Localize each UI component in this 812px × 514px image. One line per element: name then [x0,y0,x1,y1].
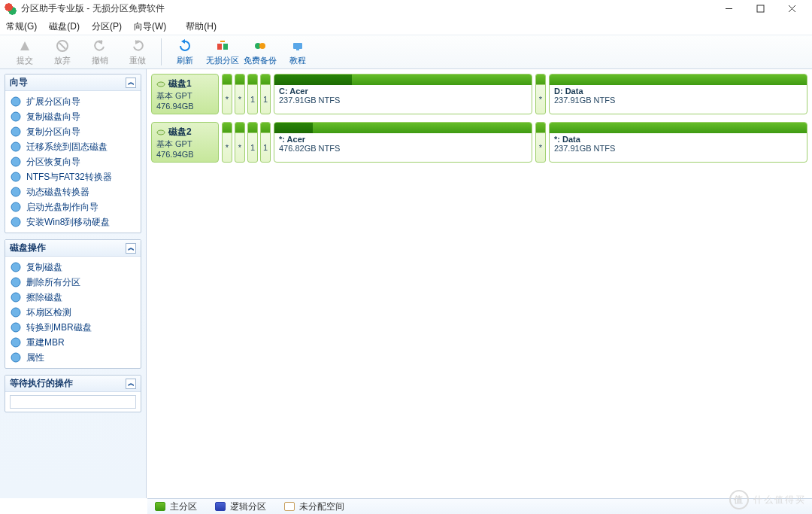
bullet-icon [10,336,22,348]
slot[interactable]: * [222,74,232,114]
menu-wizard[interactable]: 向导(W) [134,20,166,33]
bullet-icon [10,321,22,333]
close-button[interactable] [776,0,807,18]
panel-pending: 等待执行的操作 ︽ [5,375,141,412]
svg-point-8 [11,97,20,106]
slot[interactable]: * [235,74,245,114]
collapse-icon[interactable]: ︽ [126,379,136,389]
diskops-item-5[interactable]: 重建MBR [5,335,141,350]
partition-0[interactable]: C: Acer237.91GB NTFS [274,74,532,114]
wizard-item-8[interactable]: 安装Win8到移动硬盘 [5,214,141,230]
collapse-icon[interactable]: ︽ [126,78,136,88]
diskops-item-6[interactable]: 属性 [5,350,141,365]
svg-point-17 [11,263,20,272]
legend-primary: 主分区 [155,500,197,513]
menu-help[interactable]: 帮助(H) [186,20,217,33]
slot[interactable]: * [222,122,232,163]
svg-rect-7 [296,49,299,50]
toolbar-tutorial-button[interactable]: 教程 [279,36,317,68]
toolbar-label: 提交 [17,55,33,66]
item-label: 转换到MBR磁盘 [26,321,92,334]
maximize-button[interactable] [744,0,776,18]
diskops-item-3[interactable]: 坏扇区检测 [5,305,141,320]
bullet-icon [10,306,22,318]
menu-partition[interactable]: 分区(P) [92,20,122,33]
toolbar-label: 刷新 [177,55,193,66]
toolbar-commit-button: 提交 [6,36,44,68]
slot[interactable]: * [535,74,546,114]
partition-1[interactable]: *: Data237.91GB NTFS [549,122,807,163]
reserved-slots: **11 [222,74,271,114]
svg-rect-6 [293,43,302,49]
disk-row-0: 磁盘1基本 GPT476.94GB**11C: Acer237.91GB NTF… [151,74,807,114]
item-label: 复制磁盘 [26,261,62,274]
minimize-button[interactable] [713,0,744,18]
wizard-item-6[interactable]: 动态磁盘转换器 [5,184,141,199]
item-label: 删除所有分区 [26,276,80,289]
toolbar-backup-button[interactable]: 免费备份 [241,36,279,68]
toolbar-label: 放弃 [54,55,71,66]
svg-point-11 [11,142,20,151]
bullet-icon [10,96,22,108]
diskops-item-2[interactable]: 擦除磁盘 [5,290,141,305]
toolbar-discard-button: 放弃 [44,36,81,68]
svg-point-9 [11,112,20,121]
wizard-item-5[interactable]: NTFS与FAT32转换器 [5,169,141,184]
backup-icon [253,38,268,53]
menu-general[interactable]: 常规(G) [6,20,37,33]
collapse-icon[interactable]: ︽ [126,243,136,254]
toolbar-label: 撤销 [92,55,108,66]
svg-point-16 [11,217,20,227]
diskops-item-0[interactable]: 复制磁盘 [5,260,141,275]
main-area: 磁盘1基本 GPT476.94GB**11C: Acer237.91GB NTF… [147,69,812,498]
disk-info[interactable]: 磁盘1基本 GPT476.94GB [151,74,219,114]
item-label: 复制磁盘向导 [26,111,80,123]
slot[interactable]: 1 [260,122,271,163]
toolbar-separator [161,38,162,65]
menu-disk[interactable]: 磁盘(D) [49,20,80,33]
wizard-item-1[interactable]: 复制磁盘向导 [5,109,141,124]
toolbar-label: 教程 [289,55,306,66]
item-label: 动态磁盘转换器 [26,186,89,199]
disk-info[interactable]: 磁盘2基本 GPT476.94GB [151,122,219,163]
panel-wizard-header[interactable]: 向导 ︽ [5,75,141,91]
sidebar: 向导 ︽ 扩展分区向导复制磁盘向导复制分区向导迁移系统到固态磁盘分区恢复向导NT… [0,69,147,498]
partition-name: D: Data [554,87,802,96]
partition-1[interactable]: D: Data237.91GB NTFS [549,74,807,114]
diskops-item-4[interactable]: 转换到MBR磁盘 [5,320,141,335]
diskops-item-1[interactable]: 删除所有分区 [5,275,141,290]
svg-point-15 [11,202,20,211]
svg-point-25 [157,130,165,135]
reserved-slots: **11 [222,122,271,163]
discard-icon [55,38,70,53]
toolbar-lossless-button[interactable]: 无损分区 [204,36,241,68]
toolbar-refresh-button[interactable]: 刷新 [166,36,204,68]
slot[interactable]: 1 [260,74,271,114]
title-bar: 分区助手专业版 - 无损分区免费软件 [0,0,812,18]
panel-diskops-header[interactable]: 磁盘操作 ︽ [5,240,141,257]
panel-pending-header[interactable]: 等待执行的操作 ︽ [5,376,141,392]
item-label: 扩展分区向导 [26,96,80,108]
wizard-item-7[interactable]: 启动光盘制作向导 [5,199,141,214]
partition-size: 237.91GB NTFS [554,96,802,105]
disk-row-1: 磁盘2基本 GPT476.94GB**11*: Acer476.82GB NTF… [151,122,807,163]
wizard-item-0[interactable]: 扩展分区向导 [5,94,141,109]
slot[interactable]: * [235,122,245,163]
app-icon [5,3,17,15]
svg-point-13 [11,172,20,181]
usage-bar [274,75,532,85]
bullet-icon [10,201,22,213]
slot[interactable]: 1 [247,74,258,114]
wizard-item-3[interactable]: 迁移系统到固态磁盘 [5,139,141,154]
partition-0[interactable]: *: Acer476.82GB NTFS [274,122,532,163]
wizard-item-2[interactable]: 复制分区向导 [5,124,141,139]
wizard-item-4[interactable]: 分区恢复向导 [5,154,141,169]
undo-icon [92,38,108,53]
redo-icon [130,38,145,53]
slot[interactable]: * [535,122,546,163]
bullet-icon [10,126,22,138]
swatch-unalloc-icon [284,502,295,511]
slot[interactable]: 1 [247,122,258,163]
bullet-icon [10,186,22,198]
pending-empty [10,395,136,409]
